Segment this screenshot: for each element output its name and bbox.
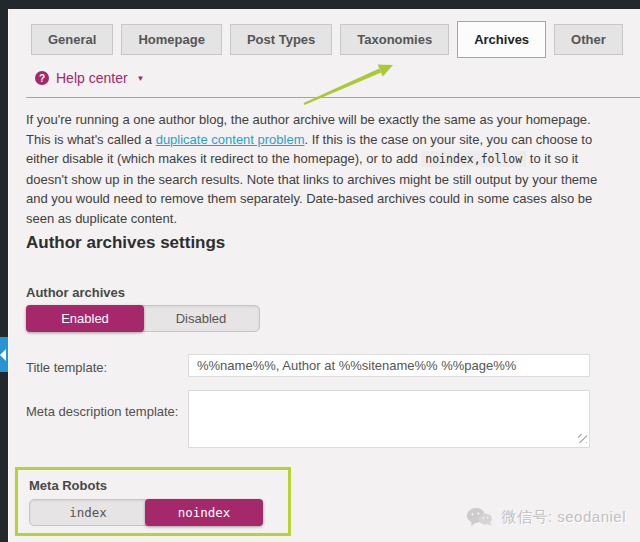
meta-robots-label: Meta Robots	[29, 478, 288, 493]
meta-robots-toggle: index noindex	[29, 499, 263, 526]
tab-other[interactable]: Other	[554, 24, 623, 55]
tab-post-types[interactable]: Post Types	[230, 24, 332, 55]
help-center-label: Help center	[56, 70, 128, 86]
wechat-icon	[466, 506, 493, 529]
meta-description-textarea[interactable]	[188, 390, 590, 448]
section-heading: Author archives settings	[26, 233, 225, 253]
meta-robots-noindex-option[interactable]: noindex	[145, 499, 263, 526]
annotation-arrow	[9, 9, 640, 542]
meta-description-label: Meta description template:	[26, 404, 178, 419]
author-archives-enabled-option[interactable]: Enabled	[26, 305, 144, 332]
noindex-follow-code: noindex,follow	[421, 151, 526, 167]
watermark: 微信号: seodaniel	[466, 506, 626, 529]
title-template-label: Title template:	[26, 360, 107, 375]
tab-archives[interactable]: Archives	[457, 21, 546, 58]
tab-homepage[interactable]: Homepage	[121, 24, 221, 55]
highlight-box: Meta Robots index noindex	[15, 467, 291, 536]
watermark-text: 微信号: seodaniel	[501, 508, 626, 527]
question-mark-icon: ?	[35, 71, 49, 85]
meta-robots-index-option[interactable]: index	[30, 500, 146, 525]
author-archives-toggle: Enabled Disabled	[26, 305, 260, 332]
tab-general[interactable]: General	[31, 24, 113, 55]
author-archives-disabled-option[interactable]: Disabled	[143, 306, 259, 331]
help-center-toggle[interactable]: ? Help center ▼	[35, 70, 145, 86]
chevron-down-icon: ▼	[137, 74, 145, 83]
author-archives-label: Author archives	[26, 285, 125, 300]
tab-taxonomies[interactable]: Taxonomies	[340, 24, 449, 55]
left-arrow-icon	[0, 349, 6, 361]
admin-side-strip	[0, 9, 8, 542]
settings-panel: General Homepage Post Types Taxonomies A…	[8, 9, 640, 542]
divider-line	[26, 97, 640, 98]
intro-paragraph: If you're running a one author blog, the…	[26, 110, 604, 228]
duplicate-content-link[interactable]: duplicate content problem	[156, 132, 305, 147]
tab-bar: General Homepage Post Types Taxonomies A…	[31, 21, 623, 58]
collapse-menu-button[interactable]	[0, 337, 8, 372]
meta-description-wrap	[188, 390, 590, 448]
title-template-input[interactable]	[188, 354, 590, 377]
admin-top-bar	[0, 0, 640, 9]
